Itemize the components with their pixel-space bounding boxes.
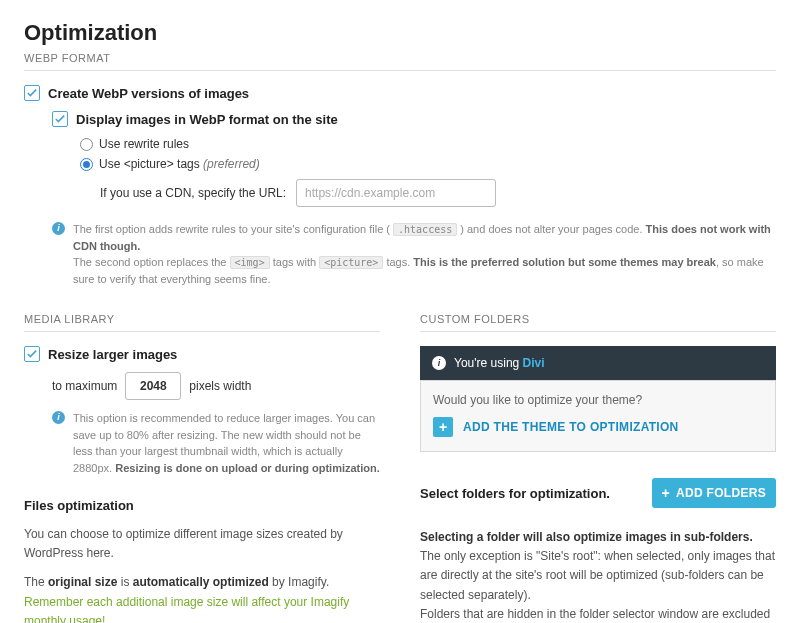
max-width-input[interactable] [125, 372, 181, 400]
radio-rewrite-rules[interactable] [80, 138, 93, 151]
files-optimization-title: Files optimization [24, 498, 380, 513]
select-folders-label: Select folders for optimization. [420, 486, 610, 501]
checkbox-resize[interactable] [24, 346, 40, 362]
label-px-width: pixels width [189, 379, 251, 393]
files-note: You can choose to optimize different ima… [24, 525, 380, 623]
label-create-webp: Create WebP versions of images [48, 86, 249, 101]
add-folders-button[interactable]: + ADD FOLDERS [652, 478, 776, 508]
theme-name: Divi [523, 356, 545, 370]
cdn-url-input[interactable] [296, 179, 496, 207]
page-title: Optimization [24, 20, 776, 46]
media-info-text: This option is recommended to reduce lar… [73, 410, 380, 476]
radio-picture-tags[interactable] [80, 158, 93, 171]
section-webp-title: WEBP FORMAT [24, 52, 776, 71]
folder-note: Selecting a folder will also optimize im… [420, 528, 776, 623]
plus-icon: + [662, 486, 670, 500]
label-picture-tags: Use <picture> tags (preferred) [99, 157, 260, 171]
theme-question: Would you like to optimize your theme? [433, 393, 763, 407]
label-display-webp: Display images in WebP format on the sit… [76, 112, 338, 127]
webp-info-text: The first option adds rewrite rules to y… [73, 221, 776, 287]
plus-icon: + [433, 417, 453, 437]
label-resize: Resize larger images [48, 347, 177, 362]
label-cdn-url: If you use a CDN, specify the URL: [100, 186, 286, 200]
label-rewrite-rules: Use rewrite rules [99, 137, 189, 151]
add-theme-button[interactable]: + ADD THE THEME TO OPTIMIZATION [433, 417, 679, 437]
info-icon: i [432, 356, 446, 370]
section-media-title: MEDIA LIBRARY [24, 313, 380, 332]
info-icon: i [52, 411, 65, 424]
section-custom-title: CUSTOM FOLDERS [420, 313, 776, 332]
info-icon: i [52, 222, 65, 235]
checkbox-display-webp[interactable] [52, 111, 68, 127]
label-to-max: to maximum [52, 379, 117, 393]
theme-banner: i You're using Divi [420, 346, 776, 380]
checkbox-create-webp[interactable] [24, 85, 40, 101]
